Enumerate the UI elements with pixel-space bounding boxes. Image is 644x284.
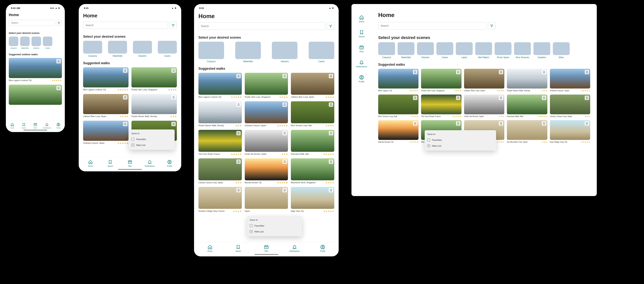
walk-card[interactable]: Blue Lagoon Lookout, Fiji★★★★★	[83, 67, 128, 91]
bookmark-button[interactable]	[456, 70, 460, 74]
tab-home[interactable]: Home	[204, 245, 216, 252]
walk-card[interactable]: Blue Lagoon, Fiji★★★★★	[378, 69, 418, 92]
scene-list[interactable]: Canyons Waterfalls Glaciers Caves	[198, 42, 334, 63]
scene-canyons[interactable]: Canyons	[9, 36, 18, 49]
scene-canyons[interactable]: Canyons	[198, 42, 224, 63]
walk-card[interactable]: Nacula Sunset, Fiji★★★★★	[378, 120, 418, 143]
walk-card[interactable]: Spain	[245, 187, 288, 213]
walk-card[interactable]: Nacula Sunset, Fiji★★★★★	[245, 158, 288, 184]
sidebar-saved[interactable]: Saved	[358, 30, 364, 38]
bookmark-button[interactable]	[499, 70, 503, 74]
bookmark-button[interactable]	[123, 122, 128, 126]
tab-profile[interactable]: Profile	[54, 123, 62, 129]
bookmark-button[interactable]	[413, 70, 417, 74]
bookmark-button[interactable]	[456, 121, 460, 126]
walk-card[interactable]	[9, 85, 62, 105]
walk-card[interactable]: Blue Lagoon Lookout, Fiji★★★★★	[198, 73, 242, 98]
walk-card[interactable]: Purple Ubin Loop, Singapore★★★★	[132, 67, 177, 91]
tab-saved[interactable]: Saved	[20, 123, 28, 129]
bookmark-button[interactable]	[329, 74, 333, 78]
bookmark-button[interactable]	[56, 86, 61, 90]
popover-favorites[interactable]: Favorites	[425, 137, 496, 143]
bookmark-button[interactable]	[236, 102, 241, 107]
bookmark-button[interactable]	[542, 70, 546, 74]
tab-notifications[interactable]: Notifications	[43, 123, 51, 129]
scene-picnic[interactable]: Picnic Spots	[494, 42, 512, 59]
scene-caves[interactable]: Caves	[158, 41, 177, 57]
walk-card[interactable]: Blue Lagoon Lookout, Fiji★★★★★	[9, 58, 62, 82]
save-popover[interactable]: Save to Favorites +New List	[425, 130, 496, 151]
bookmark-button[interactable]	[123, 68, 128, 73]
bookmark-button[interactable]	[282, 188, 287, 192]
scene-lakes[interactable]: Lakes	[456, 42, 473, 59]
sidebar-plan[interactable]: 31Plan	[359, 45, 364, 53]
walk-card[interactable]: Kanciana Walk, Bali★★★★★	[507, 95, 547, 118]
sidebar-profile[interactable]: Profile	[358, 75, 364, 83]
search-input[interactable]	[198, 22, 326, 30]
scene-glaciers[interactable]: Glaciers	[272, 42, 298, 63]
walk-card[interactable]: Ordessa Canyon, Spain★★★★★	[83, 121, 128, 144]
tab-home[interactable]: Home	[85, 160, 96, 167]
walk-card[interactable]: Llafranc Blue Loop, Spain★★★★	[83, 94, 128, 118]
filter-button[interactable]	[170, 21, 177, 29]
filter-button[interactable]	[327, 22, 334, 30]
scene-waterfalls[interactable]: Waterfalls	[20, 36, 30, 49]
bookmark-button[interactable]	[123, 95, 128, 99]
scene-glaciers[interactable]: Glaciers	[32, 36, 41, 49]
save-popover[interactable]: Save to Favorites +New List	[129, 129, 175, 150]
scene-list[interactable]: Canyons Waterfalls Glaciers Caves	[9, 36, 62, 49]
walk-card[interactable]: Purple Glacier Walk, Norway★★★	[132, 94, 177, 118]
search-input[interactable]	[83, 21, 168, 29]
bookmark-button[interactable]	[413, 121, 417, 126]
bookmark-button[interactable]	[585, 121, 589, 126]
tab-home[interactable]: Home	[8, 123, 16, 129]
popover-favorites[interactable]: Favorites	[247, 223, 302, 229]
walks-grid[interactable]: Blue Lagoon Lookout, Fiji★★★★★ Purple Ub…	[198, 73, 334, 213]
bookmark-button[interactable]	[329, 159, 333, 164]
walk-card[interactable]: The Furry Road, France★★★★★	[198, 130, 242, 155]
walk-card[interactable]: Kanciana Walk, Bali★★★★★	[291, 130, 334, 155]
tab-profile[interactable]: Profile	[164, 160, 175, 167]
bookmark-button[interactable]	[329, 131, 333, 135]
walk-card[interactable]: Southern Ridge View, France★★★★	[198, 187, 242, 213]
bookmark-button[interactable]	[282, 74, 287, 78]
walk-card[interactable]: Purple Glacier Walk, Norway★★★	[507, 69, 547, 92]
scene-caves[interactable]: Caves	[43, 36, 52, 49]
popover-new-list[interactable]: +New List	[425, 143, 496, 149]
scene-waterfalls[interactable]: Waterfalls	[398, 42, 414, 59]
bookmark-button[interactable]	[585, 70, 589, 74]
scene-gardens[interactable]: Gardens	[534, 42, 550, 59]
scene-canyons[interactable]: Canyons	[378, 42, 395, 59]
scene-waterfalls[interactable]: Waterfalls	[235, 42, 261, 63]
tab-plan[interactable]: 31Plan	[261, 245, 272, 252]
bookmark-button[interactable]	[456, 96, 460, 100]
filter-button[interactable]	[488, 22, 495, 29]
walk-card[interactable]: Under the Arches, Spain★★★	[464, 95, 504, 118]
scene-birdwatch[interactable]: Bird Watch	[475, 42, 492, 59]
bookmark-button[interactable]	[236, 188, 241, 192]
scene-glaciers[interactable]: Glaciers	[417, 42, 434, 59]
bookmark-button[interactable]	[499, 96, 503, 100]
walk-card[interactable]: The Furry Road, France★★★★★	[421, 95, 461, 118]
walk-card[interactable]: Rice Terrace Loop, Bali★★★★	[291, 101, 334, 127]
sidebar-home[interactable]: Home	[359, 15, 364, 23]
scene-canyons[interactable]: Canyons	[83, 41, 102, 57]
scene-rice[interactable]: Rice Terraces	[514, 42, 531, 59]
walk-card[interactable]: Llafranc Blue Loop, Spain★★★★	[291, 73, 334, 98]
walk-card[interactable]: Dry Mountain Trek, Spain★★★	[507, 120, 547, 143]
bookmark-button[interactable]	[236, 131, 241, 135]
walk-card[interactable]: llage View, Fiji★★★★★	[291, 187, 334, 213]
bookmark-button[interactable]	[329, 188, 333, 192]
walk-card[interactable]: Rice Terrace Loop, Bali★★★★	[378, 95, 418, 118]
bookmark-button[interactable]	[236, 74, 241, 78]
tab-profile[interactable]: Profile	[317, 245, 328, 252]
scene-list[interactable]: Canyons Waterfalls Glaciers Caves Lakes …	[378, 42, 590, 59]
walk-card[interactable]: Llafranc Blue Loop, Spain★★★★	[464, 69, 504, 92]
walk-card[interactable]: Ordessa Canyon, Spain★★★★★	[245, 101, 288, 127]
tab-plan[interactable]: 31Plan	[124, 160, 136, 167]
filter-button[interactable]	[56, 20, 62, 26]
walk-card[interactable]: Ordessa Canyon, Spain★★★★★	[550, 69, 590, 92]
bookmark-button[interactable]	[329, 102, 333, 107]
scene-list[interactable]: Canyons Waterfalls Glaciers Caves	[83, 41, 177, 57]
walk-card[interactable]: Purple Ubin Loop, Singapore★★★★	[421, 69, 461, 92]
